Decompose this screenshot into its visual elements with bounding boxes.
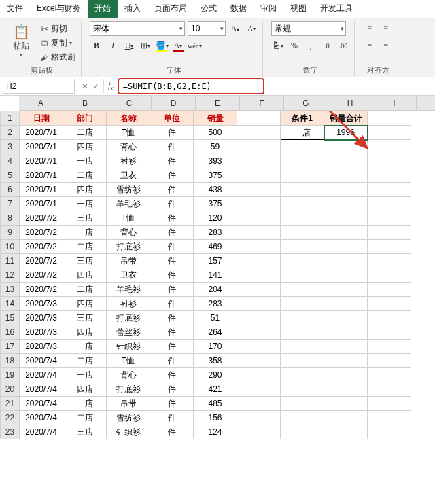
cell-date[interactable]: 2020/7/3 [20, 340, 63, 354]
cell[interactable] [324, 311, 368, 325]
cell-date[interactable]: 2020/7/4 [20, 368, 63, 382]
cell-dept[interactable]: 四店 [63, 325, 107, 340]
cell-dept[interactable]: 四店 [63, 183, 107, 197]
cell[interactable] [237, 354, 281, 368]
bold-button[interactable]: B [90, 39, 103, 52]
spreadsheet-grid[interactable]: 1日期部门名称单位销量条件1销量合计22020/7/1二店T恤件500一店199… [0, 111, 435, 439]
header-cell[interactable]: 条件1 [281, 111, 324, 126]
row-header[interactable]: 10 [1, 240, 20, 254]
cell-dept[interactable]: 二店 [63, 411, 107, 425]
cell-name[interactable]: T恤 [107, 211, 150, 226]
cell-dept[interactable]: 四店 [63, 382, 107, 397]
formula-input[interactable]: =SUMIF(B:B,G2,E:E) [118, 78, 264, 94]
cell[interactable] [281, 411, 324, 425]
cell[interactable] [368, 368, 411, 382]
row-header[interactable]: 4 [1, 154, 20, 168]
cell[interactable] [281, 397, 324, 411]
cell[interactable] [237, 211, 281, 226]
row-header[interactable]: 13 [1, 283, 20, 297]
cell[interactable] [281, 354, 324, 368]
cell-qty[interactable]: 290 [194, 368, 237, 382]
cell[interactable] [281, 183, 324, 197]
cell-unit[interactable]: 件 [150, 168, 194, 183]
cell-qty[interactable]: 204 [194, 283, 237, 297]
cell-unit[interactable]: 件 [150, 425, 194, 439]
cell-dept[interactable]: 三店 [63, 425, 107, 439]
cell[interactable] [324, 226, 368, 240]
cell-dept[interactable]: 二店 [63, 240, 107, 254]
cell[interactable] [368, 254, 411, 268]
cell-qty[interactable]: 469 [194, 240, 237, 254]
cell[interactable] [281, 254, 324, 268]
number-format-select[interactable]: 常规▾ [271, 21, 346, 36]
cell-unit[interactable]: 件 [150, 311, 194, 325]
cell-dept[interactable]: 一店 [63, 226, 107, 240]
cell[interactable] [324, 268, 368, 283]
cell-name[interactable]: T恤 [107, 126, 150, 140]
cell-unit[interactable]: 件 [150, 268, 194, 283]
cell-name[interactable]: 雪纺衫 [107, 183, 150, 197]
cell-date[interactable]: 2020/7/3 [20, 297, 63, 311]
cell[interactable] [281, 226, 324, 240]
cell-unit[interactable]: 件 [150, 397, 194, 411]
cell-dept[interactable]: 三店 [63, 211, 107, 226]
row-header[interactable]: 6 [1, 183, 20, 197]
cell[interactable] [324, 425, 368, 439]
cell[interactable] [237, 126, 281, 140]
col-header-G[interactable]: G [284, 96, 328, 110]
cell-unit[interactable]: 件 [150, 226, 194, 240]
cell-date[interactable]: 2020/7/3 [20, 325, 63, 340]
font-color-button[interactable]: A▾ [171, 39, 185, 52]
cell[interactable] [237, 268, 281, 283]
currency-button[interactable]: 🗄▾ [271, 39, 285, 52]
row-header[interactable]: 1 [1, 111, 20, 126]
cell-name[interactable]: 吊带 [107, 254, 150, 268]
cell-dept[interactable]: 一店 [63, 397, 107, 411]
underline-button[interactable]: U▾ [122, 39, 136, 52]
row-header[interactable]: 17 [1, 340, 20, 354]
cell-qty[interactable]: 59 [194, 140, 237, 154]
cell-date[interactable]: 2020/7/2 [20, 226, 63, 240]
cell-date[interactable]: 2020/7/2 [20, 240, 63, 254]
cell[interactable] [368, 211, 411, 226]
row-header[interactable]: 14 [1, 297, 20, 311]
row-header[interactable]: 12 [1, 268, 20, 283]
cell-date[interactable]: 2020/7/1 [20, 126, 63, 140]
cell-unit[interactable]: 件 [150, 183, 194, 197]
paste-button[interactable]: 📋 粘贴 ▾ [7, 21, 35, 60]
fill-color-button[interactable]: 🪣▾ [155, 39, 169, 52]
row-header[interactable]: 20 [1, 382, 20, 397]
cell-date[interactable]: 2020/7/2 [20, 211, 63, 226]
percent-button[interactable]: % [288, 39, 301, 52]
cell[interactable] [324, 168, 368, 183]
row-header[interactable]: 18 [1, 354, 20, 368]
name-box[interactable]: H2 [3, 79, 75, 94]
cell[interactable] [281, 368, 324, 382]
cell[interactable] [368, 311, 411, 325]
cell[interactable] [368, 226, 411, 240]
cell[interactable] [237, 226, 281, 240]
cell[interactable] [237, 325, 281, 340]
confirm-icon[interactable]: ✓ [92, 82, 99, 91]
cell[interactable] [368, 411, 411, 425]
cell[interactable] [281, 240, 324, 254]
increase-font-button[interactable]: A▴ [228, 22, 242, 35]
cell-dept[interactable]: 一店 [63, 197, 107, 211]
header-cell[interactable]: 销量合计 [324, 111, 368, 126]
cell-date[interactable]: 2020/7/2 [20, 268, 63, 283]
cell-name[interactable]: 卫衣 [107, 168, 150, 183]
menu-tab-开发工具[interactable]: 开发工具 [313, 0, 360, 18]
cell[interactable] [324, 382, 368, 397]
cell-qty[interactable]: 438 [194, 183, 237, 197]
cell-dept[interactable]: 四店 [63, 297, 107, 311]
cell-name[interactable]: 打底衫 [107, 311, 150, 325]
cell[interactable] [368, 268, 411, 283]
cell-name[interactable]: 雪纺衫 [107, 411, 150, 425]
cell[interactable] [324, 397, 368, 411]
cell[interactable] [281, 340, 324, 354]
row-header[interactable]: 8 [1, 211, 20, 226]
cell[interactable] [281, 425, 324, 439]
cell-name[interactable]: 背心 [107, 368, 150, 382]
header-cell[interactable]: 日期 [20, 111, 63, 126]
cell[interactable] [324, 154, 368, 168]
